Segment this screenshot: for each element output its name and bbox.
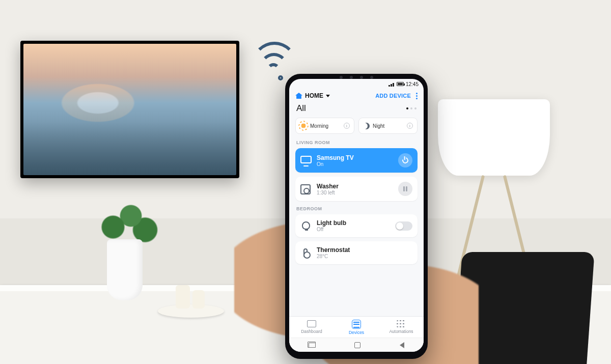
info-icon[interactable]: i (407, 123, 413, 129)
nav-recent-button[interactable] (309, 343, 316, 348)
phone-frame: 12:45 HOME ADD DEVICE All (285, 74, 428, 359)
device-status: 1:30 left (317, 190, 393, 195)
scene-chip-night[interactable]: Night i (358, 118, 418, 134)
wall-tv (20, 41, 239, 178)
pause-button[interactable] (398, 182, 412, 196)
device-name: Thermostat (317, 246, 412, 254)
tab-automations[interactable]: Automations (379, 317, 424, 338)
device-card-thermostat[interactable]: Thermostat 28°C (295, 241, 418, 264)
room-header-bedroom: BEDROOM (289, 205, 424, 214)
device-name: Washer (317, 183, 393, 190)
android-nav-bar (289, 338, 424, 352)
device-status: Off (317, 227, 390, 232)
tab-label: Devices (349, 330, 364, 335)
signal-icon (388, 82, 395, 87)
dashboard-icon (307, 320, 316, 327)
power-button[interactable] (398, 153, 412, 167)
location-label: HOME (305, 92, 323, 99)
thermometer-icon (300, 248, 312, 258)
sun-icon (300, 122, 307, 129)
page-indicator (406, 107, 416, 109)
device-name: Light bulb (317, 219, 390, 227)
bottom-tab-bar: Dashboard Devices Automations (289, 316, 424, 338)
device-status: 28°C (317, 254, 412, 259)
scene-label: Night (373, 123, 384, 129)
devices-icon (352, 320, 360, 328)
app-screen: 12:45 HOME ADD DEVICE All (289, 79, 424, 352)
toggle-switch[interactable] (395, 221, 412, 231)
status-bar: 12:45 (289, 79, 424, 89)
device-card-light-bulb[interactable]: Light bulb Off (295, 214, 418, 237)
tv-picture (23, 44, 236, 175)
info-icon[interactable]: i (344, 123, 350, 129)
nav-home-button[interactable] (354, 342, 360, 348)
tab-dashboard[interactable]: Dashboard (289, 317, 334, 338)
floor-lamp (438, 99, 550, 176)
washer-icon (300, 184, 312, 193)
power-icon (401, 156, 409, 164)
add-device-button[interactable]: ADD DEVICE (375, 93, 411, 99)
automations-icon (397, 320, 406, 327)
home-icon (295, 93, 302, 99)
more-menu-button[interactable] (416, 93, 418, 99)
moon-icon (363, 123, 370, 129)
bulb-icon (300, 221, 312, 231)
device-card-washer[interactable]: Washer 1:30 left (295, 177, 418, 201)
tab-label: Dashboard (301, 329, 322, 334)
pause-icon (403, 186, 408, 191)
tab-devices[interactable]: Devices (334, 317, 379, 338)
scene-label: Morning (310, 123, 328, 129)
clock: 12:45 (406, 81, 419, 87)
device-status: On (317, 161, 393, 167)
room-header-living-room: LIVING ROOM (289, 139, 424, 148)
section-title: All (296, 103, 306, 114)
device-card-samsung-tv[interactable]: Samsung TV On (295, 148, 418, 173)
tab-label: Automations (389, 329, 413, 334)
scene-chip-morning[interactable]: Morning i (295, 118, 354, 134)
nav-back-button[interactable] (400, 342, 404, 348)
device-name: Samsung TV (317, 154, 393, 161)
battery-icon (397, 82, 404, 86)
chevron-down-icon (326, 95, 330, 97)
living-room-scene: 12:45 HOME ADD DEVICE All (0, 0, 611, 364)
tv-icon (300, 156, 312, 165)
vase (107, 239, 143, 300)
location-selector[interactable]: HOME (295, 92, 330, 99)
